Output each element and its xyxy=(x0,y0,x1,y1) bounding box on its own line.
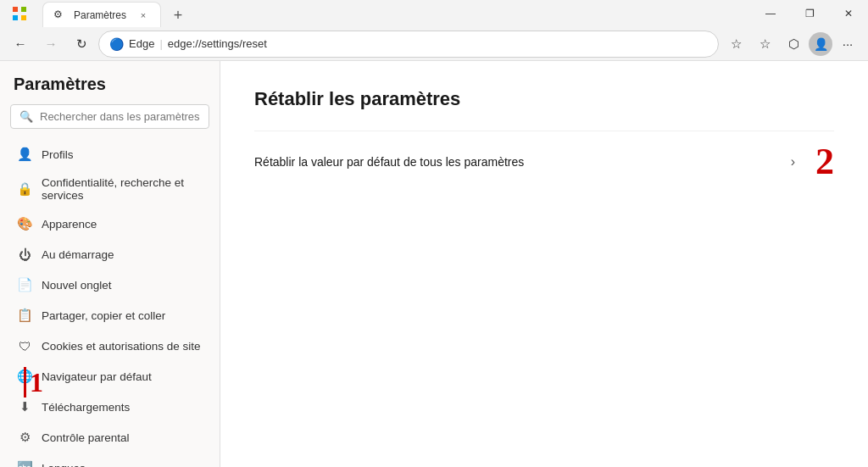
reset-item-right: › 2 xyxy=(791,143,834,181)
sidebar-item-controle[interactable]: ⚙ Contrôle parental xyxy=(0,422,220,453)
sidebar-item-label: Au démarrage xyxy=(42,248,114,261)
address-bar[interactable]: 🔵 Edge | edge://settings/reset xyxy=(98,31,719,58)
sidebar-item-label: Partager, copier et coller xyxy=(42,309,165,322)
annotation-2: 2 xyxy=(815,143,834,181)
nouvelonglet-icon: 📄 xyxy=(16,276,33,293)
url-text: edge://settings/reset xyxy=(168,37,267,50)
chevron-right-icon: › xyxy=(791,154,795,170)
address-separator: | xyxy=(159,37,162,50)
profils-icon: 👤 xyxy=(16,146,33,163)
sidebar-item-label: Cookies et autorisations de site xyxy=(42,340,201,353)
tab-favicon: ⚙ xyxy=(53,8,67,22)
search-box[interactable]: 🔍 xyxy=(10,104,209,129)
minimize-button[interactable]: — xyxy=(751,0,790,27)
titlebar: ⚙ Paramètres × + — ❐ ✕ xyxy=(0,0,868,27)
svg-rect-3 xyxy=(21,15,26,20)
annotation-1-container: 1 xyxy=(24,367,43,398)
svg-rect-0 xyxy=(13,7,18,12)
sidebar-item-label: Confidentialité, recherche et services xyxy=(42,176,206,202)
tab-bar: ⚙ Paramètres × + xyxy=(39,0,192,27)
content-title: Rétablir les paramètres xyxy=(254,88,834,110)
controle-icon: ⚙ xyxy=(16,429,33,446)
edge-label: Edge xyxy=(129,37,154,50)
navbar: ← → ↻ 🔵 Edge | edge://settings/reset ☆ ☆… xyxy=(0,27,868,61)
svg-rect-1 xyxy=(21,7,26,12)
sidebar-item-label: Profils xyxy=(42,148,74,161)
sidebar-item-langues[interactable]: 🔤 Langues xyxy=(0,453,220,467)
sidebar-item-label: Navigateur par défaut xyxy=(42,370,152,383)
annotation-1-line xyxy=(24,367,26,398)
sidebar-item-label: Téléchargements xyxy=(42,401,130,414)
sidebar-item-label: Apparence xyxy=(42,218,97,231)
langues-icon: 🔤 xyxy=(16,459,33,467)
partager-icon: 📋 xyxy=(16,307,33,324)
sidebar-item-confidentialite[interactable]: 🔒 Confidentialité, recherche et services xyxy=(0,170,220,208)
reset-item-label: Rétablir la valeur par défaut de tous le… xyxy=(254,155,524,169)
favorites2-button[interactable]: ☆ xyxy=(751,31,778,58)
titlebar-controls: — ❐ ✕ xyxy=(751,0,868,27)
sidebar-nav: 👤 Profils 🔒 Confidentialité, recherche e… xyxy=(0,139,220,467)
sidebar-title: Paramètres xyxy=(0,75,220,104)
main-content: Paramètres 🔍 👤 Profils 🔒 Confidentialité… xyxy=(0,61,868,467)
nav-right-buttons: ☆ ☆ ⬡ 👤 ··· xyxy=(722,31,861,58)
apparence-icon: 🎨 xyxy=(16,215,33,232)
new-tab-button[interactable]: + xyxy=(164,3,192,27)
restore-button[interactable]: ❐ xyxy=(790,0,829,27)
edge-logo-icon: 🔵 xyxy=(109,37,124,51)
demarrage-icon: ⏻ xyxy=(16,246,33,263)
favorites-button[interactable]: ☆ xyxy=(722,31,749,58)
system-icon xyxy=(0,0,39,27)
sidebar: Paramètres 🔍 👤 Profils 🔒 Confidentialité… xyxy=(0,61,220,467)
forward-button[interactable]: → xyxy=(37,31,64,58)
sidebar-item-label: Nouvel onglet xyxy=(42,279,112,292)
tab-title: Paramètres xyxy=(74,9,126,21)
telechargements-icon: ⬇ xyxy=(16,398,33,415)
tab-close-button[interactable]: × xyxy=(136,8,150,22)
profile-button[interactable]: 👤 xyxy=(809,32,832,56)
back-button[interactable]: ← xyxy=(7,31,34,58)
sidebar-item-nouvel-onglet[interactable]: 📄 Nouvel onglet xyxy=(0,270,220,300)
reset-item[interactable]: Rétablir la valeur par défaut de tous le… xyxy=(254,131,834,192)
close-button[interactable]: ✕ xyxy=(829,0,868,27)
annotation-1-number: 1 xyxy=(30,369,43,396)
sidebar-item-demarrage[interactable]: ⏻ Au démarrage xyxy=(0,239,220,270)
sidebar-item-label: Contrôle parental xyxy=(42,431,130,444)
sidebar-item-cookies[interactable]: 🛡 Cookies et autorisations de site xyxy=(0,331,220,361)
titlebar-left: ⚙ Paramètres × + xyxy=(0,0,192,27)
search-icon: 🔍 xyxy=(19,110,33,123)
refresh-button[interactable]: ↻ xyxy=(68,31,95,58)
confidentialite-icon: 🔒 xyxy=(16,181,33,197)
more-button[interactable]: ··· xyxy=(834,31,861,58)
content-area: Rétablir les paramètres Rétablir la vale… xyxy=(220,61,868,467)
sidebar-item-partager[interactable]: 📋 Partager, copier et coller xyxy=(0,300,220,331)
svg-rect-2 xyxy=(13,15,18,20)
sidebar-item-profils[interactable]: 👤 Profils xyxy=(0,139,220,170)
sidebar-item-label: Langues xyxy=(42,462,86,468)
cookies-icon: 🛡 xyxy=(16,337,33,354)
settings-tab[interactable]: ⚙ Paramètres × xyxy=(42,2,161,27)
sidebar-item-apparence[interactable]: 🎨 Apparence xyxy=(0,208,220,239)
collections-button[interactable]: ⬡ xyxy=(780,31,807,58)
search-input[interactable] xyxy=(40,110,200,123)
